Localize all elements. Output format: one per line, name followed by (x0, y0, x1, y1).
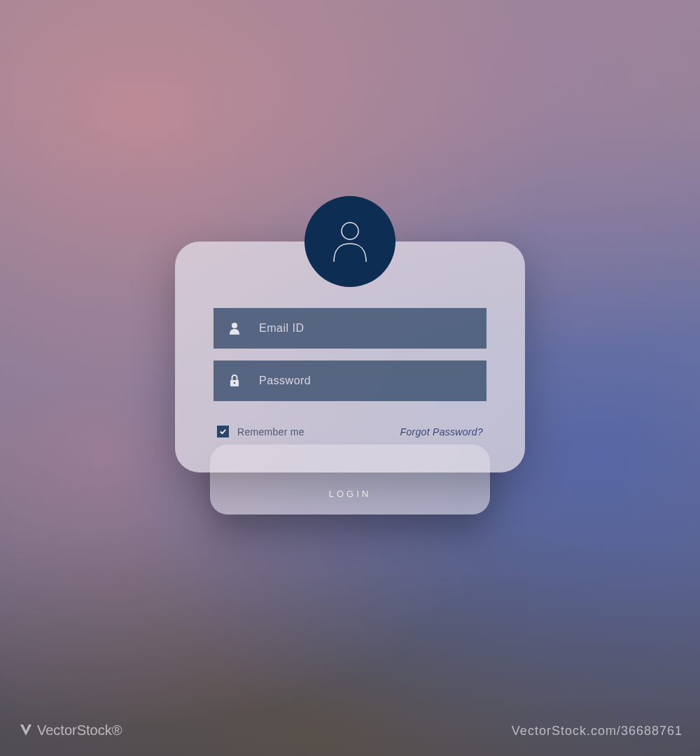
email-placeholder: Email ID (255, 322, 486, 335)
lock-icon (230, 374, 239, 387)
checkmark-icon (219, 428, 227, 435)
remember-label: Remember me (237, 426, 304, 438)
login-button[interactable]: LOGIN (329, 489, 371, 499)
vectorstock-logo-icon (18, 722, 34, 738)
password-field[interactable]: Password (214, 360, 486, 401)
user-icon (330, 220, 370, 263)
email-field[interactable]: Email ID (214, 308, 486, 349)
options-row: Remember me Forgot Password? (214, 426, 486, 438)
login-container: Email ID Password Remember me (175, 241, 525, 514)
checkbox-box (217, 426, 229, 438)
forgot-password-link[interactable]: Forgot Password? (400, 426, 483, 438)
watermark-id: VectorStock.com/36688761 (512, 724, 682, 738)
svg-point-0 (342, 223, 358, 239)
password-placeholder: Password (255, 374, 486, 387)
person-icon (229, 322, 240, 335)
watermark-brand: VectorStock® (18, 722, 122, 738)
svg-point-3 (234, 382, 236, 384)
password-icon-box (214, 374, 255, 387)
remember-me-checkbox[interactable]: Remember me (217, 426, 304, 438)
svg-point-1 (232, 323, 237, 328)
login-card: Email ID Password Remember me (175, 241, 525, 472)
email-icon-box (214, 322, 255, 335)
avatar-circle (304, 196, 396, 287)
